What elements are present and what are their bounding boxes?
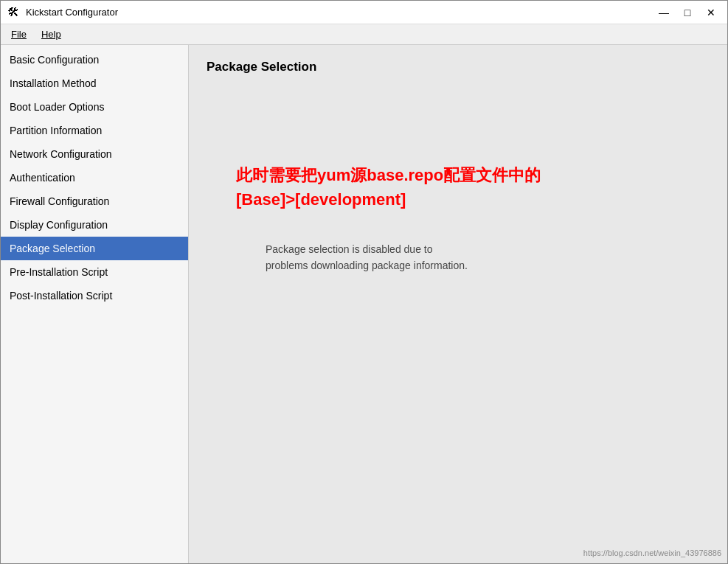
sidebar-item-boot-loader[interactable]: Boot Loader Options bbox=[1, 95, 188, 119]
window-controls: — □ ✕ bbox=[654, 4, 721, 21]
menu-bar: File Help bbox=[1, 24, 727, 45]
disabled-notice-line2: problems downloading package information… bbox=[266, 257, 710, 274]
section-title: Package Selection bbox=[207, 60, 710, 74]
sidebar: Basic Configuration Installation Method … bbox=[1, 45, 189, 563]
annotation-line1: 此时需要把yum源base.repo配置文件中的 bbox=[236, 163, 710, 187]
window-title: Kickstart Configurator bbox=[26, 7, 654, 18]
main-window: 🛠 Kickstart Configurator — □ ✕ File Help… bbox=[0, 0, 728, 564]
sidebar-item-display-config[interactable]: Display Configuration bbox=[1, 213, 188, 237]
sidebar-item-basic-config[interactable]: Basic Configuration bbox=[1, 48, 188, 72]
disabled-notice-line1: Package selection is disabled due to bbox=[266, 241, 710, 257]
main-content: Package Selection 此时需要把yum源base.repo配置文件… bbox=[189, 45, 727, 563]
minimize-button[interactable]: — bbox=[654, 4, 674, 21]
sidebar-item-installation-method[interactable]: Installation Method bbox=[1, 72, 188, 95]
maximize-button[interactable]: □ bbox=[677, 4, 698, 21]
watermark: https://blog.csdn.net/weixin_43976886 bbox=[583, 549, 721, 557]
app-icon: 🛠 bbox=[7, 6, 20, 19]
menu-help[interactable]: Help bbox=[34, 26, 69, 43]
sidebar-item-post-install[interactable]: Post-Installation Script bbox=[1, 284, 188, 307]
sidebar-item-pre-install[interactable]: Pre-Installation Script bbox=[1, 260, 188, 284]
sidebar-item-firewall-config[interactable]: Firewall Configuration bbox=[1, 189, 188, 213]
sidebar-item-package-selection[interactable]: Package Selection bbox=[1, 237, 188, 260]
sidebar-item-partition-info[interactable]: Partition Information bbox=[1, 119, 188, 142]
sidebar-item-network-config[interactable]: Network Configuration bbox=[1, 142, 188, 166]
menu-file[interactable]: File bbox=[4, 26, 34, 43]
disabled-notice: Package selection is disabled due to pro… bbox=[266, 241, 710, 274]
app-body: Basic Configuration Installation Method … bbox=[1, 45, 727, 563]
close-button[interactable]: ✕ bbox=[701, 4, 721, 21]
annotation-line2: [Base]>[development] bbox=[236, 187, 710, 212]
title-bar: 🛠 Kickstart Configurator — □ ✕ bbox=[1, 1, 727, 24]
sidebar-item-authentication[interactable]: Authentication bbox=[1, 166, 188, 189]
annotation-text: 此时需要把yum源base.repo配置文件中的 [Base]>[develop… bbox=[236, 163, 710, 212]
